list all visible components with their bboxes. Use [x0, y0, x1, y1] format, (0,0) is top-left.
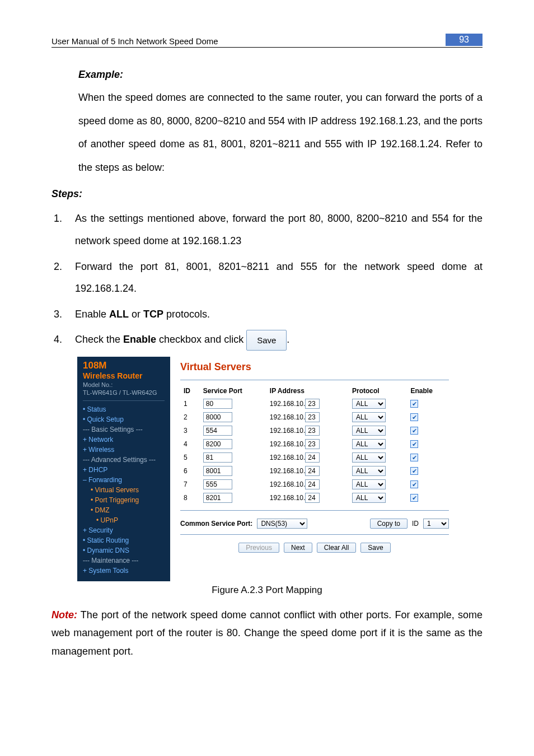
sidebar-section-maintenance: --- Maintenance ---: [83, 556, 165, 566]
steps-label: Steps:: [51, 183, 483, 206]
ip-octet-input[interactable]: [305, 452, 320, 463]
ip-octet-input[interactable]: [305, 399, 320, 409]
copy-to-button[interactable]: Copy to: [370, 519, 407, 529]
ip-octet-input[interactable]: [305, 412, 320, 422]
header-title: User Manual of 5 Inch Network Speed Dome: [51, 36, 218, 46]
page-number: 93: [446, 34, 483, 46]
enable-checkbox[interactable]: ✔: [410, 454, 418, 461]
col-enable: Enable: [407, 385, 449, 397]
panel-title: Virtual Servers: [180, 361, 449, 373]
save-button-inline[interactable]: Save: [246, 330, 287, 351]
service-port-input[interactable]: [203, 466, 232, 476]
table-row: 7192.168.10.ALL✔: [180, 478, 449, 491]
step-item: Enable ALL or TCP protocols.: [65, 304, 483, 326]
router-model-label: Model No.:: [83, 381, 165, 388]
sidebar-item-security[interactable]: + Security: [83, 525, 165, 535]
sidebar-item-system-tools[interactable]: + System Tools: [83, 566, 165, 576]
previous-button[interactable]: Previous: [238, 543, 279, 553]
protocol-select[interactable]: ALL: [352, 466, 386, 476]
save-button[interactable]: Save: [360, 543, 390, 553]
note-text: The port of the network speed dome canno…: [51, 609, 483, 657]
step-item: Forward the port 81, 8001, 8201~8211 and…: [65, 256, 483, 300]
copy-id-select[interactable]: 1: [423, 519, 449, 529]
col-protocol: Protocol: [349, 385, 407, 397]
table-row: 5192.168.10.ALL✔: [180, 451, 449, 464]
note-label: Note:: [51, 609, 77, 620]
figure-caption: Figure A.2.3 Port Mapping: [51, 585, 483, 596]
table-row: 6192.168.10.ALL✔: [180, 464, 449, 478]
service-port-input[interactable]: [203, 493, 232, 503]
service-port-input[interactable]: [203, 479, 232, 489]
sidebar-item-dynamic-dns[interactable]: • Dynamic DNS: [83, 545, 165, 556]
service-port-input[interactable]: [203, 439, 232, 449]
step-item: As the settings mentioned above, forward…: [65, 208, 483, 252]
sidebar-item-static-routing[interactable]: • Static Routing: [83, 535, 165, 545]
router-model: TL-WR641G / TL-WR642G: [83, 389, 165, 396]
sidebar-item-forwarding[interactable]: – Forwarding: [83, 475, 165, 485]
table-row: 3192.168.10.ALL✔: [180, 424, 449, 437]
protocol-select[interactable]: ALL: [352, 426, 386, 436]
ip-octet-input[interactable]: [305, 426, 320, 436]
sidebar-item-wireless[interactable]: + Wireless: [83, 445, 165, 455]
service-port-input[interactable]: [203, 426, 232, 436]
example-label: Example:: [78, 63, 483, 86]
router-brand-sub: Wireless Router: [83, 371, 165, 380]
enable-checkbox[interactable]: ✔: [410, 400, 418, 408]
virtual-servers-table: ID Service Port IP Address Protocol Enab…: [180, 385, 449, 505]
sidebar-section-advanced: --- Advanced Settings ---: [83, 455, 165, 465]
protocol-select[interactable]: ALL: [352, 412, 386, 422]
enable-checkbox[interactable]: ✔: [410, 413, 418, 421]
step-item: Check the Enable checkbox and click Save…: [65, 329, 483, 351]
common-service-port-select[interactable]: DNS(53): [257, 519, 307, 529]
enable-checkbox[interactable]: ✔: [410, 427, 418, 435]
sidebar-section-basic: --- Basic Settings ---: [83, 424, 165, 435]
protocol-select[interactable]: ALL: [352, 452, 386, 463]
enable-checkbox[interactable]: ✔: [410, 440, 418, 448]
sidebar-item-quick-setup[interactable]: • Quick Setup: [83, 414, 165, 424]
protocol-select[interactable]: ALL: [352, 399, 386, 409]
ip-octet-input[interactable]: [305, 479, 320, 489]
sidebar-item-status[interactable]: • Status: [83, 404, 165, 414]
protocol-select[interactable]: ALL: [352, 479, 386, 489]
clear-all-button[interactable]: Clear All: [317, 543, 357, 553]
ip-octet-input[interactable]: [305, 439, 320, 449]
ip-octet-input[interactable]: [305, 466, 320, 476]
col-ip-address: IP Address: [266, 385, 349, 397]
table-row: 2192.168.10.ALL✔: [180, 410, 449, 424]
ip-octet-input[interactable]: [305, 493, 320, 503]
sidebar-item-dmz[interactable]: • DMZ: [83, 505, 165, 515]
common-service-port-label: Common Service Port:: [180, 520, 252, 528]
service-port-input[interactable]: [203, 452, 232, 463]
service-port-input[interactable]: [203, 399, 232, 409]
protocol-select[interactable]: ALL: [352, 493, 386, 503]
copy-id-label: ID: [412, 520, 419, 528]
table-row: 4192.168.10.ALL✔: [180, 437, 449, 451]
router-sidebar: 108M Wireless Router Model No.: TL-WR641…: [77, 357, 170, 581]
sidebar-item-virtual-servers[interactable]: • Virtual Servers: [83, 485, 165, 495]
enable-checkbox[interactable]: ✔: [410, 467, 418, 475]
enable-checkbox[interactable]: ✔: [410, 480, 418, 488]
sidebar-item-port-triggering[interactable]: • Port Triggering: [83, 495, 165, 505]
col-service-port: Service Port: [200, 385, 266, 397]
service-port-input[interactable]: [203, 412, 232, 422]
table-row: 8192.168.10.ALL✔: [180, 491, 449, 505]
next-button[interactable]: Next: [284, 543, 312, 553]
enable-checkbox[interactable]: ✔: [410, 494, 418, 502]
sidebar-item-upnp[interactable]: • UPnP: [83, 515, 165, 525]
table-row: 1192.168.10.ALL✔: [180, 397, 449, 410]
router-brand: 108M: [83, 360, 165, 371]
router-screenshot: 108M Wireless Router Model No.: TL-WR641…: [77, 357, 457, 581]
protocol-select[interactable]: ALL: [352, 439, 386, 449]
col-id: ID: [180, 385, 200, 397]
sidebar-item-network[interactable]: + Network: [83, 435, 165, 445]
sidebar-item-dhcp[interactable]: + DHCP: [83, 465, 165, 475]
example-text: When the speed domes are connected to th…: [78, 86, 483, 179]
